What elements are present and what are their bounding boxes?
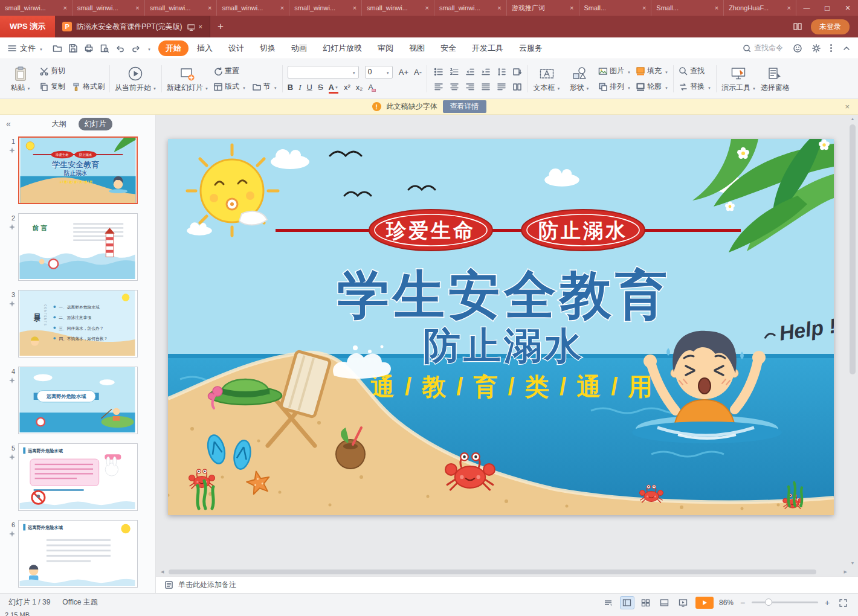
settings-gear-icon[interactable] [811, 43, 821, 53]
fit-to-window-button[interactable] [836, 597, 850, 609]
outline-tab[interactable]: 大纲 [46, 118, 73, 130]
shrink-font-button[interactable]: A- [414, 68, 422, 77]
tab-design[interactable]: 设计 [221, 40, 251, 56]
slide-thumbnail-4[interactable]: 4 远离野外危险水域 [2, 367, 149, 434]
close-window-button[interactable] [837, 0, 858, 16]
tab-animation[interactable]: 动画 [284, 40, 314, 56]
superscript-button[interactable]: x² [344, 83, 350, 92]
decrease-indent-button[interactable] [463, 66, 476, 77]
undo-icon[interactable] [115, 43, 124, 53]
copy-button[interactable]: 复制 [39, 81, 65, 92]
external-tab[interactable]: small_winwi... [145, 0, 218, 16]
scroll-right-icon[interactable]: ▶ [844, 569, 847, 574]
bold-button[interactable]: B [288, 83, 293, 92]
slide-canvas[interactable]: 珍爱生命 防止溺水 [168, 139, 834, 515]
format-painter-button[interactable]: 格式刷 [71, 81, 105, 92]
underline-button[interactable]: U [307, 83, 312, 92]
close-icon[interactable] [787, 4, 791, 11]
close-icon[interactable] [715, 4, 718, 11]
zoom-in-button[interactable]: + [824, 598, 831, 608]
horizontal-scrollbar[interactable]: ◀ ▶ [156, 568, 858, 576]
close-icon[interactable] [497, 4, 501, 11]
replace-button[interactable]: 替换 [679, 81, 711, 92]
zoom-level[interactable]: 86% [719, 598, 734, 607]
thumbnail-preview[interactable]: 目 录 CONTENTS 一、远离野外危险水域 二、游泳注意事项 三、同伴落水，… [18, 290, 138, 358]
normal-view-button[interactable] [621, 597, 634, 609]
slide-title[interactable]: 学生安全教育 [337, 266, 671, 324]
vertical-scrollbar[interactable]: ▲ ▼ [849, 116, 856, 566]
close-icon[interactable] [425, 4, 428, 11]
presentation-tools-button[interactable]: 演示工具 [721, 66, 756, 92]
redo-icon[interactable] [131, 43, 140, 53]
feedback-smiley-icon[interactable] [793, 43, 802, 53]
tab-security[interactable]: 安全 [433, 40, 463, 56]
align-left-button[interactable] [432, 81, 444, 92]
minimize-button[interactable] [796, 0, 817, 16]
layout-button[interactable]: 版式 [213, 81, 246, 92]
tab-devtools[interactable]: 开发工具 [465, 40, 511, 56]
thumbnail-preview[interactable]: 远离野外危险水域 [18, 520, 138, 588]
bullet-list-button[interactable] [432, 66, 444, 77]
document-tab[interactable]: 防溺水安全教育课件PPT(完美版) [55, 16, 210, 37]
close-icon[interactable] [642, 4, 646, 11]
align-right-button[interactable] [463, 81, 476, 92]
thumbnail-preview[interactable]: 远离野外危险水域 [18, 443, 138, 511]
strikethrough-button[interactable]: S [318, 83, 323, 92]
thumbnail-list[interactable]: 1 珍爱生命 防止溺水 学生 [0, 133, 155, 593]
file-menu[interactable]: 文件 [16, 43, 47, 54]
slides-tab[interactable]: 幻灯片 [79, 118, 112, 130]
thumbnail-preview[interactable]: 远离野外危险水域 [18, 367, 138, 434]
justify-button[interactable] [479, 81, 491, 92]
external-tab[interactable]: small_winwi... [73, 0, 145, 16]
external-tab[interactable]: small_winwi... [217, 0, 289, 16]
external-tab[interactable]: small_winwi... [434, 0, 507, 16]
selection-pane-button[interactable]: 选择窗格 [761, 66, 790, 92]
shapes-button[interactable]: 形状 [566, 66, 593, 92]
grow-font-button[interactable]: A+ [399, 68, 408, 77]
align-center-button[interactable] [448, 81, 460, 92]
reset-button[interactable]: 重置 [213, 65, 277, 77]
collapse-panel-icon[interactable] [6, 119, 11, 129]
tab-home[interactable]: 开始 [158, 40, 189, 56]
reading-view-button[interactable] [658, 597, 671, 609]
slide-canvas-area[interactable]: 珍爱生命 防止溺水 [156, 115, 858, 568]
slide-thumbnail-6[interactable]: 6 远离野外危险水域 [2, 520, 149, 588]
increase-indent-button[interactable] [479, 66, 491, 77]
numbered-list-button[interactable] [448, 66, 460, 77]
external-tab[interactable]: Small... [579, 0, 652, 16]
find-button[interactable]: 查找 [679, 65, 711, 77]
tab-transition[interactable]: 切换 [253, 40, 283, 56]
zoom-slider[interactable] [752, 602, 818, 603]
font-name-combo[interactable] [288, 66, 359, 79]
new-slide-button[interactable]: 新建幻灯片 [167, 66, 208, 92]
italic-button[interactable]: I [298, 83, 301, 92]
slide-thumbnail-2[interactable]: 2 前 言 [2, 213, 149, 281]
open-folder-icon[interactable] [53, 43, 62, 53]
notes-input-bar[interactable]: 单击此处添加备注 [156, 576, 858, 593]
command-search[interactable]: 查找命令 [743, 43, 783, 53]
subscript-button[interactable]: x₂ [356, 83, 363, 92]
tab-review[interactable]: 审阅 [370, 40, 401, 56]
close-document-icon[interactable] [199, 22, 202, 31]
collapse-ribbon-icon[interactable] [842, 43, 851, 53]
thumbnail-preview[interactable]: 珍爱生命 防止溺水 学生安全教育 防止溺水 卡 / 通 / 教 / 育 / 类 … [18, 136, 138, 204]
scroll-down-icon[interactable]: ▼ [851, 560, 855, 566]
scrollbar-thumb[interactable] [169, 569, 816, 574]
tab-slideshow[interactable]: 幻灯片放映 [315, 40, 369, 56]
close-icon[interactable] [208, 4, 211, 11]
tab-cloud[interactable]: 云服务 [512, 40, 550, 56]
login-button[interactable]: 未登录 [811, 19, 850, 34]
slide-sorter-view-button[interactable] [639, 597, 653, 609]
external-tab[interactable]: small_winwi... [0, 0, 73, 16]
zoom-slider-knob[interactable] [765, 598, 772, 606]
outline-button[interactable]: 轮廓 [636, 81, 668, 92]
print-icon[interactable] [84, 43, 93, 53]
textbox-button[interactable]: 文本框 [533, 66, 561, 92]
fill-button[interactable]: 填充 [636, 65, 668, 77]
paste-button[interactable]: 粘贴 [7, 66, 34, 92]
clear-format-button[interactable]: A [368, 83, 373, 92]
zoom-out-button[interactable]: − [739, 598, 746, 608]
close-warning-icon[interactable] [845, 102, 850, 111]
slide-thumbnail-5[interactable]: 5 远离野外危险水域 [2, 443, 149, 511]
close-icon[interactable] [63, 4, 66, 11]
